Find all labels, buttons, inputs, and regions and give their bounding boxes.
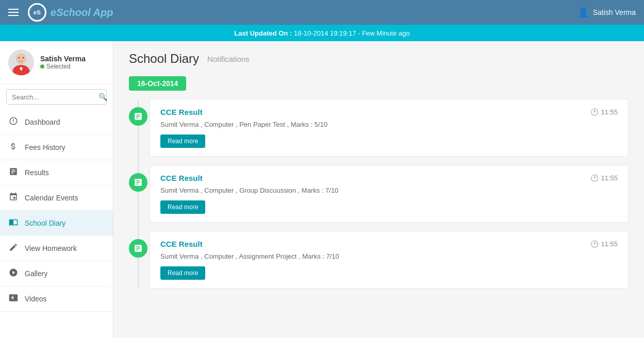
sidebar-item-view-homework-label: View Homework: [25, 244, 77, 252]
timeline-card-2: CCE Result 🕐 11:55 Sumit Verma , Compute…: [150, 165, 629, 223]
card-title-3: CCE Result: [160, 240, 203, 248]
read-more-btn-3[interactable]: Read more: [160, 266, 205, 280]
update-bar: Last Updated On : 18-10-2014 19:19:17 - …: [0, 25, 644, 41]
timeline-card-3: CCE Result 🕐 11:55 Sumit Verma , Compute…: [150, 231, 629, 289]
time-value-2: 11:55: [601, 174, 618, 182]
sidebar-item-gallery[interactable]: Gallery: [0, 261, 113, 286]
app-logo: eS: [28, 3, 46, 22]
sidebar-item-dashboard[interactable]: Dashboard: [0, 110, 113, 135]
read-more-btn-1[interactable]: Read more: [160, 134, 205, 148]
timeline-icon-2: [129, 173, 147, 192]
nav-menu: Dashboard Fees History Results Calendar …: [0, 110, 113, 338]
svg-point-5: [16, 54, 26, 63]
header-user-info: 👤 Satish Verma: [577, 7, 636, 18]
gallery-icon: [8, 268, 19, 279]
update-value: 18-10-2014 19:19:17 - Few Minute ago: [294, 29, 410, 37]
timeline-item-1: CCE Result 🕐 11:55 Sumit Verma , Compute…: [150, 99, 629, 157]
date-badge: 16-Oct-2014: [129, 76, 186, 91]
hamburger-menu[interactable]: [8, 9, 19, 16]
clock-icon-1: 🕐: [590, 108, 599, 116]
results-icon: [8, 167, 19, 178]
time-value-3: 11:55: [601, 240, 618, 248]
sidebar-item-results[interactable]: Results: [0, 160, 113, 185]
svg-point-7: [23, 57, 24, 59]
sidebar-item-calendar-events[interactable]: Calendar Events: [0, 185, 113, 211]
timeline-icon-1: [129, 107, 147, 126]
user-icon: 👤: [577, 7, 589, 18]
card-time-3: 🕐 11:55: [590, 240, 618, 248]
school-diary-icon: [8, 217, 19, 229]
card-title-2: CCE Result: [160, 174, 203, 182]
timeline-item-2: CCE Result 🕐 11:55 Sumit Verma , Compute…: [150, 165, 629, 223]
svg-text:eS: eS: [34, 9, 41, 15]
status-text: Selected: [46, 63, 71, 70]
page-header: School Diary Notifications: [129, 52, 629, 66]
main-layout: Satish Verma Selected 🔍 Dashboard: [0, 41, 644, 338]
status-dot: [40, 64, 44, 69]
update-label: Last Updated On :: [234, 29, 292, 37]
user-profile: Satish Verma Selected: [0, 41, 113, 84]
dashboard-icon: [8, 116, 19, 128]
search-input[interactable]: [12, 93, 98, 101]
calendar-icon: [8, 192, 19, 204]
sidebar-item-videos[interactable]: Videos: [0, 286, 113, 312]
user-status: Selected: [40, 63, 86, 70]
sidebar: Satish Verma Selected 🔍 Dashboard: [0, 41, 113, 338]
page-subtitle: Notifications: [207, 55, 250, 63]
card-title-1: CCE Result: [160, 108, 203, 116]
sidebar-item-calendar-events-label: Calendar Events: [25, 194, 78, 202]
timeline: CCE Result 🕐 11:55 Sumit Verma , Compute…: [129, 99, 629, 289]
fees-history-icon: [8, 142, 19, 153]
page-title: School Diary: [129, 52, 199, 66]
read-more-btn-2[interactable]: Read more: [160, 200, 205, 214]
homework-icon: [8, 243, 19, 254]
card-description-2: Sumit Verma , Computer , Group Discuussi…: [160, 187, 618, 194]
sidebar-item-fees-history[interactable]: Fees History: [0, 135, 113, 160]
svg-point-6: [19, 57, 20, 59]
sidebar-item-school-diary[interactable]: School Diary: [0, 211, 113, 236]
card-description-3: Sumit Verma , Computer , Assignment Proj…: [160, 252, 618, 260]
sidebar-item-view-homework[interactable]: View Homework: [0, 236, 113, 261]
search-box[interactable]: 🔍: [6, 89, 107, 105]
sidebar-item-school-diary-label: School Diary: [25, 219, 65, 227]
logo-area: eS eSchool App: [8, 3, 113, 22]
time-value-1: 11:55: [601, 108, 618, 116]
timeline-item-3: CCE Result 🕐 11:55 Sumit Verma , Compute…: [150, 231, 629, 289]
top-header: eS eSchool App 👤 Satish Verma: [0, 0, 644, 25]
sidebar-item-videos-label: Videos: [25, 295, 47, 303]
sidebar-username: Satish Verma: [40, 55, 86, 63]
sidebar-item-dashboard-label: Dashboard: [25, 118, 60, 126]
card-header-3: CCE Result 🕐 11:55: [160, 240, 618, 248]
card-time-1: 🕐 11:55: [590, 108, 618, 116]
sidebar-item-results-label: Results: [25, 168, 49, 177]
timeline-icon-3: [129, 239, 147, 258]
avatar: [8, 49, 34, 75]
card-description-1: Sumit Verma , Computer , Pen Paper Test …: [160, 121, 618, 128]
videos-icon: [8, 293, 19, 305]
app-name: eSchool App: [51, 7, 113, 19]
card-header-2: CCE Result 🕐 11:55: [160, 174, 618, 182]
sidebar-item-gallery-label: Gallery: [25, 269, 47, 278]
timeline-card-1: CCE Result 🕐 11:55 Sumit Verma , Compute…: [150, 99, 629, 157]
clock-icon-2: 🕐: [590, 174, 599, 182]
user-details: Satish Verma Selected: [40, 55, 86, 70]
sidebar-item-fees-history-label: Fees History: [25, 143, 65, 151]
header-username: Satish Verma: [593, 8, 636, 16]
search-icon: 🔍: [98, 93, 107, 101]
content-area: School Diary Notifications 16-Oct-2014 C…: [113, 41, 644, 338]
clock-icon-3: 🕐: [590, 240, 599, 248]
card-header-1: CCE Result 🕐 11:55: [160, 108, 618, 116]
card-time-2: 🕐 11:55: [590, 174, 618, 182]
